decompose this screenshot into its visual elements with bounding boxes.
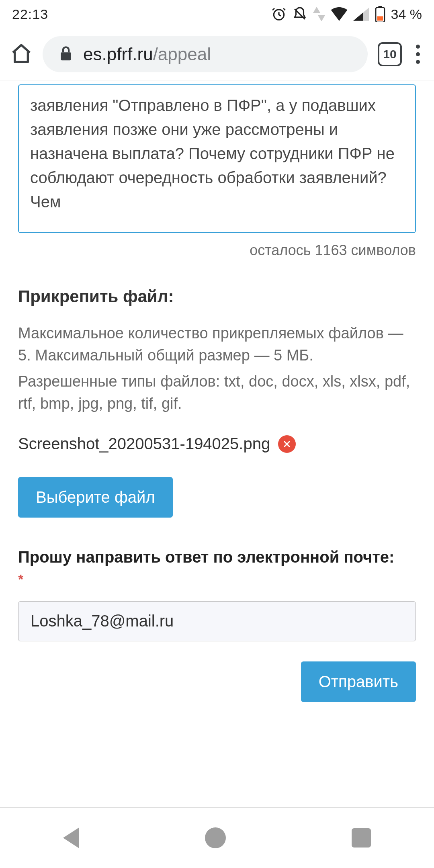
attach-heading: Прикрепить файл: [18,287,416,306]
url-path: /appeal [153,44,211,64]
appeal-textarea[interactable] [18,84,416,233]
url-text: es.pfrf.ru/appeal [83,44,211,64]
char-counter: осталось 1163 символов [18,242,416,259]
email-label: Прошу направить ответ по электронной поч… [18,546,416,589]
attached-file-name: Screenshot_20200531-194025.png [18,435,270,453]
page-content: осталось 1163 символов Прикрепить файл: … [0,80,434,702]
submit-button[interactable]: Отправить [301,661,416,702]
status-bar: 22:13 34 % [0,0,434,28]
battery-percent: 34 % [391,6,422,22]
status-time: 22:13 [12,6,48,22]
svg-rect-3 [377,16,383,20]
tabs-count: 10 [383,47,396,61]
home-button[interactable] [205,827,226,848]
system-nav-bar [0,808,434,868]
svg-rect-4 [61,52,71,60]
wifi-icon [331,7,348,21]
email-field[interactable] [18,601,416,641]
required-asterisk: * [18,570,416,589]
cell-signal-icon [353,7,369,21]
url-host: es.pfrf.ru [83,44,153,64]
svg-rect-2 [378,6,382,8]
recents-button[interactable] [352,828,371,848]
data-updown-icon [313,6,325,22]
overflow-menu-icon[interactable] [412,45,424,64]
attached-file-row: Screenshot_20200531-194025.png [18,435,416,453]
address-bar[interactable]: es.pfrf.ru/appeal [43,36,368,72]
mute-icon [292,6,307,22]
attach-hint-size: Максимальное количество прикрепляемых фа… [18,322,416,366]
choose-file-button[interactable]: Выберите файл [18,477,173,518]
browser-toolbar: es.pfrf.ru/appeal 10 [0,28,434,80]
home-icon[interactable] [10,42,33,66]
attach-hint-types: Разрешенные типы файлов: txt, doc, docx,… [18,371,416,415]
status-icons: 34 % [271,6,422,22]
remove-file-button[interactable] [278,435,296,453]
lock-icon [59,45,73,63]
back-button[interactable] [63,827,79,848]
close-icon [283,440,291,448]
battery-icon [375,6,385,22]
tabs-button[interactable]: 10 [378,42,402,66]
alarm-icon [271,6,287,22]
